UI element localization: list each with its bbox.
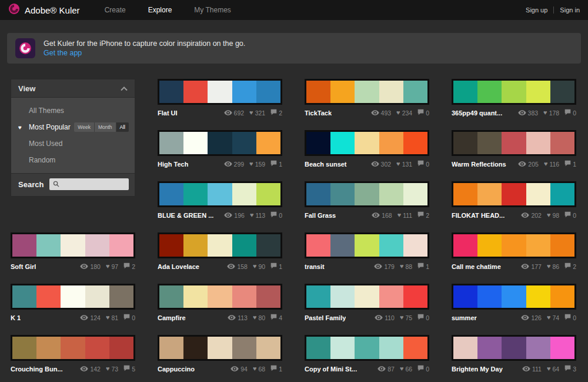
theme-swatches[interactable] xyxy=(305,130,429,156)
theme-swatches[interactable] xyxy=(158,335,282,361)
theme-swatches[interactable] xyxy=(158,284,282,310)
theme-swatches[interactable] xyxy=(305,79,429,105)
theme-card[interactable]: Beach sunset 302 ♥ 131 0 xyxy=(305,130,429,168)
comments-stat[interactable]: 0 xyxy=(123,314,135,321)
theme-swatches[interactable] xyxy=(305,335,429,361)
comments-stat[interactable]: 2 xyxy=(270,109,282,117)
theme-card[interactable]: summer 126 ♥ 74 0 xyxy=(452,284,576,321)
comments-stat[interactable]: 1 xyxy=(564,160,576,168)
segment-all[interactable]: All xyxy=(116,122,129,132)
likes-stat[interactable]: ♥ 88 xyxy=(400,263,412,270)
theme-swatches[interactable] xyxy=(452,79,576,105)
theme-card[interactable]: High Tech 299 ♥ 159 1 xyxy=(158,130,282,168)
theme-card[interactable]: 365pp49 quant... 383 ♥ 178 0 xyxy=(452,79,576,117)
theme-card[interactable]: Brighten My Day 111 ♥ 64 3 xyxy=(452,335,576,373)
theme-card[interactable]: Warm Reflections 205 ♥ 116 1 xyxy=(452,130,576,168)
theme-swatches[interactable] xyxy=(305,284,429,310)
comments-stat[interactable]: 0 xyxy=(417,160,429,168)
segment-month[interactable]: Month xyxy=(95,122,116,132)
likes-stat[interactable]: ♥ 80 xyxy=(253,314,265,321)
comments-stat[interactable]: 0 xyxy=(417,314,429,321)
theme-swatches[interactable] xyxy=(11,335,135,361)
theme-swatches[interactable] xyxy=(452,335,576,361)
theme-card[interactable]: Flat UI 692 ♥ 321 2 xyxy=(158,79,282,117)
sidebar-item-random[interactable]: Random xyxy=(11,152,135,168)
theme-swatches[interactable] xyxy=(452,284,576,310)
theme-card[interactable]: K 1 124 ♥ 81 0 xyxy=(11,284,135,321)
comments-stat[interactable]: 4 xyxy=(270,314,282,321)
theme-card[interactable]: BLUE & GREEN ... 196 ♥ 113 0 xyxy=(158,181,282,219)
theme-swatches[interactable] xyxy=(452,232,576,258)
theme-card[interactable]: Campfire 113 ♥ 80 4 xyxy=(158,284,282,321)
comments-stat[interactable]: 1 xyxy=(270,263,282,270)
likes-stat[interactable]: ♥ 131 xyxy=(396,161,412,168)
theme-card[interactable]: Ada Lovelace 158 ♥ 90 1 xyxy=(158,232,282,270)
collapse-chevron-icon[interactable] xyxy=(121,83,128,94)
likes-stat[interactable]: ♥ 90 xyxy=(253,263,265,270)
search-input[interactable] xyxy=(62,180,125,188)
sidebar-item-most-used[interactable]: Most Used xyxy=(11,135,135,152)
likes-stat[interactable]: ♥ 159 xyxy=(249,161,265,168)
theme-swatches[interactable] xyxy=(452,181,576,207)
theme-swatches[interactable] xyxy=(11,284,135,310)
comments-stat[interactable]: 0 xyxy=(417,109,429,117)
likes-stat[interactable]: ♥ 97 xyxy=(106,263,118,270)
likes-stat[interactable]: ♥ 81 xyxy=(106,314,118,321)
comments-stat[interactable]: 3 xyxy=(564,365,576,373)
sidebar-item-most-popular[interactable]: ♥Most PopularWeekMonthAll xyxy=(11,119,135,135)
comments-stat[interactable]: 5 xyxy=(123,365,135,373)
theme-card[interactable]: Crouching Bun... 142 ♥ 73 5 xyxy=(11,335,135,373)
likes-stat[interactable]: ♥ 73 xyxy=(106,366,118,373)
theme-card[interactable]: Pastel Family 110 ♥ 75 0 xyxy=(305,284,429,321)
theme-card[interactable]: Copy of Mini St... 87 ♥ 66 0 xyxy=(305,335,429,373)
likes-stat[interactable]: ♥ 321 xyxy=(249,109,265,117)
theme-card[interactable]: TickTack 493 ♥ 234 0 xyxy=(305,79,429,117)
signup-link[interactable]: Sign up xyxy=(526,6,547,14)
comments-stat[interactable]: 2 xyxy=(564,263,576,270)
theme-swatches[interactable] xyxy=(11,232,135,258)
search-box[interactable] xyxy=(49,178,129,190)
theme-card[interactable]: transit 179 ♥ 88 1 xyxy=(305,232,429,270)
theme-swatches[interactable] xyxy=(305,181,429,207)
likes-stat[interactable]: ♥ 234 xyxy=(396,109,412,117)
theme-swatches[interactable] xyxy=(158,181,282,207)
comments-stat[interactable]: 0 xyxy=(270,211,282,219)
likes-stat[interactable]: ♥ 68 xyxy=(253,366,265,373)
segment-week[interactable]: Week xyxy=(74,122,95,132)
nav-item-explore[interactable]: Explore xyxy=(148,6,172,14)
sidebar-item-all-themes[interactable]: All Themes xyxy=(11,102,135,119)
likes-stat[interactable]: ♥ 75 xyxy=(400,314,412,321)
comments-stat[interactable]: 0 xyxy=(564,314,576,321)
likes-stat[interactable]: ♥ 74 xyxy=(547,314,559,321)
theme-swatches[interactable] xyxy=(452,130,576,156)
theme-card[interactable]: Soft Girl 180 ♥ 97 2 xyxy=(11,232,135,270)
nav-item-create[interactable]: Create xyxy=(105,6,126,14)
comments-stat[interactable]: 1 xyxy=(270,160,282,168)
theme-swatches[interactable] xyxy=(158,79,282,105)
signin-link[interactable]: Sign in xyxy=(560,6,580,14)
view-panel-header[interactable]: View xyxy=(11,79,135,98)
nav-item-my-themes[interactable]: My Themes xyxy=(194,6,230,14)
likes-stat[interactable]: ♥ 111 xyxy=(397,212,413,219)
theme-card[interactable]: Call me chatime 177 ♥ 86 2 xyxy=(452,232,576,270)
comments-stat[interactable]: 1 xyxy=(417,263,429,270)
theme-card[interactable]: Cappuccino 94 ♥ 68 1 xyxy=(158,335,282,373)
comments-stat[interactable]: 0 xyxy=(564,109,576,117)
likes-stat[interactable]: ♥ 98 xyxy=(547,212,559,219)
comments-stat[interactable]: 0 xyxy=(417,365,429,373)
likes-stat[interactable]: ♥ 116 xyxy=(544,161,559,168)
likes-stat[interactable]: ♥ 86 xyxy=(547,263,559,270)
comments-stat[interactable]: 2 xyxy=(417,211,429,219)
comments-stat[interactable]: 1 xyxy=(270,365,282,373)
theme-swatches[interactable] xyxy=(158,232,282,258)
theme-card[interactable]: FILOKAT HEAD... 202 ♥ 98 0 xyxy=(452,181,576,219)
theme-card[interactable]: Fall Grass 168 ♥ 111 2 xyxy=(305,181,429,219)
likes-stat[interactable]: ♥ 66 xyxy=(400,366,412,373)
likes-stat[interactable]: ♥ 178 xyxy=(543,109,559,117)
comments-stat[interactable]: 0 xyxy=(564,211,576,219)
get-the-app-link[interactable]: Get the app xyxy=(44,49,245,57)
likes-stat[interactable]: ♥ 64 xyxy=(547,366,559,373)
comments-stat[interactable]: 2 xyxy=(123,263,135,270)
theme-swatches[interactable] xyxy=(158,130,282,156)
likes-stat[interactable]: ♥ 113 xyxy=(250,212,265,219)
